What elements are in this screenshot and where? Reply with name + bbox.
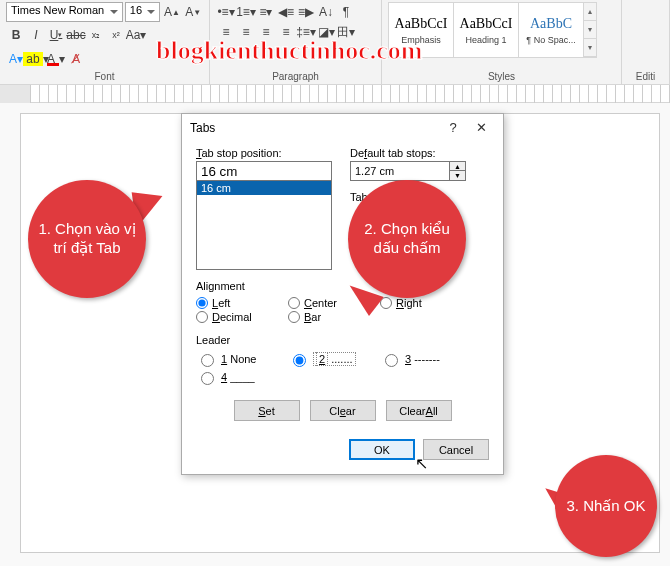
editing-group: Editi [622,0,670,84]
tab-stop-listbox[interactable]: 16 cm [196,180,332,270]
dialog-title: Tabs [190,121,439,135]
change-case-button[interactable]: Aa▾ [126,25,146,45]
leader-1-none-radio[interactable]: 1 None [196,351,288,367]
underline-button[interactable]: U▾ [46,25,66,45]
leader-4-underline-radio[interactable]: 4 ____ [196,369,288,385]
font-name-combo[interactable]: Times New Roman [6,2,123,22]
font-color-button[interactable]: A▾ [46,49,66,69]
ruler[interactable] [0,85,670,103]
default-tab-stops-input[interactable] [350,161,450,181]
tab-stop-position-label: Tab stop position: [196,147,332,159]
alignment-left-radio[interactable]: Left [196,297,288,309]
tab-stop-list-item[interactable]: 16 cm [197,181,331,195]
dialog-titlebar[interactable]: Tabs ? ✕ [182,114,503,141]
superscript-button[interactable]: x² [106,25,126,45]
numbering-button[interactable]: 1≡▾ [236,2,256,22]
callout-2: 2. Chọn kiểu dấu chấm [348,180,466,298]
grow-font-button[interactable]: A▲ [162,2,181,22]
alignment-decimal-radio[interactable]: Decimal [196,311,288,323]
multilevel-button[interactable]: ≡▾ [256,2,276,22]
subscript-button[interactable]: x₂ [86,25,106,45]
styles-gallery-scroll[interactable]: ▴▾▾ [583,2,597,58]
leader-2-dots-radio[interactable]: 2 ....... [288,351,380,367]
tab-stop-position-input[interactable] [196,161,332,181]
alignment-right-radio[interactable]: Right [380,297,472,309]
bold-button[interactable]: B [6,25,26,45]
leader-3-dashes-radio[interactable]: 3 ------- [380,351,472,367]
highlight-button[interactable]: ab▾ [26,49,46,69]
paragraph-group-label: Paragraph [216,71,375,84]
increase-indent-button[interactable]: ≡▶ [296,2,316,22]
bullets-button[interactable]: •≡▾ [216,2,236,22]
cancel-button[interactable]: Cancel [423,439,489,460]
set-button[interactable]: Set [234,400,300,421]
font-size-combo[interactable]: 16 [125,2,160,22]
sort-button[interactable]: A↓ [316,2,336,22]
italic-button[interactable]: I [26,25,46,45]
styles-group-label: Styles [388,71,615,84]
callout-1: 1. Chọn vào vị trí đặt Tab [28,180,146,298]
leader-group: 1 None 2 ....... 3 ------- 4 ____ [196,350,489,386]
spin-up-button[interactable]: ▲ [450,162,465,171]
spin-down-button[interactable]: ▼ [450,171,465,180]
alignment-group: Left Center Right Decimal Bar [196,296,489,324]
default-tab-stops-spinner[interactable]: ▲▼ [350,161,470,181]
leader-section-label: Leader [196,334,489,346]
watermark: blogkienthuctinhoc.com [156,36,423,66]
strikethrough-button[interactable]: abc [66,25,86,45]
default-tab-stops-label: Default tab stops: [350,147,470,159]
clear-all-button[interactable]: Clear All [386,400,452,421]
ok-button[interactable]: OK [349,439,415,460]
style-heading-1[interactable]: AaBbCcI Heading 1 [453,2,519,58]
style-no-spacing[interactable]: AaBbC ¶ No Spac... [518,2,584,58]
shrink-font-button[interactable]: A▼ [184,2,203,22]
decrease-indent-button[interactable]: ◀≡ [276,2,296,22]
callout-3: 3. Nhấn OK [555,455,657,557]
help-button[interactable]: ? [439,120,467,135]
font-group-label: Font [6,71,203,84]
close-button[interactable]: ✕ [467,120,495,135]
clear-formatting-button[interactable]: A̸ [66,49,86,69]
clear-button[interactable]: Clear [310,400,376,421]
editing-group-label: Editi [628,71,663,84]
show-hide-button[interactable]: ¶ [336,2,356,22]
